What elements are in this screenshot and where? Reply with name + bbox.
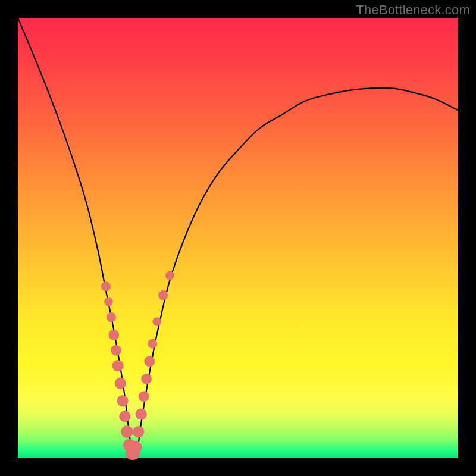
data-marker — [165, 271, 174, 280]
data-marker — [115, 378, 126, 389]
data-marker — [112, 360, 123, 371]
data-marker — [121, 425, 133, 438]
data-marker — [107, 312, 116, 322]
data-marker — [139, 392, 149, 402]
data-marker — [111, 345, 121, 356]
plot-area — [18, 18, 458, 458]
marker-layer — [101, 271, 174, 460]
data-marker — [141, 374, 152, 384]
data-marker — [108, 330, 119, 340]
curve-path — [18, 18, 458, 458]
data-marker — [133, 426, 144, 437]
data-marker — [148, 339, 157, 349]
data-marker — [104, 298, 113, 306]
data-marker — [117, 395, 129, 406]
data-marker — [101, 281, 111, 291]
data-marker — [136, 408, 147, 419]
watermark-text: TheBottleneck.com — [356, 2, 470, 18]
outer-frame: TheBottleneck.com — [0, 0, 476, 476]
data-marker — [130, 441, 142, 453]
data-marker — [119, 411, 130, 422]
data-marker — [152, 317, 161, 326]
data-marker — [144, 356, 155, 367]
data-marker — [158, 290, 168, 300]
bottleneck-curve — [18, 18, 458, 458]
